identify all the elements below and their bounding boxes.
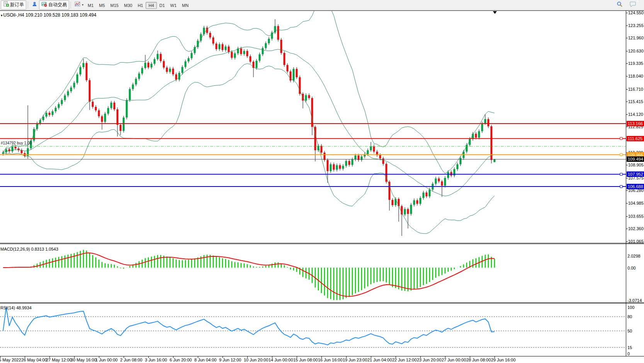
candle-body: [250, 56, 251, 62]
time-axis-label: 16 Jun 16:00: [318, 358, 343, 362]
rsi-axis-label: 50: [627, 329, 632, 333]
bollinger-upper-band[interactable]: [3, 10, 494, 173]
candle-body: [389, 182, 391, 200]
time-axis-label: 1 Jun 00:00: [95, 358, 118, 362]
time-axis-label: 27 May 12:00: [46, 358, 72, 362]
panel-separator[interactable]: [0, 302, 644, 303]
macd-axis-label: 2.0298: [627, 254, 641, 258]
toolbar-separator: [71, 2, 71, 8]
rsi-axis-label: 15: [627, 345, 632, 350]
price-tick-label: 108.905: [628, 163, 644, 167]
candle-body: [330, 164, 332, 171]
candle-body: [67, 91, 69, 95]
timeframe-w1-button[interactable]: W1: [168, 2, 180, 9]
line-drag-handle[interactable]: [620, 173, 622, 175]
candle-body: [407, 209, 409, 214]
candle-body: [219, 44, 221, 49]
timeframe-mn-button[interactable]: MN: [179, 2, 191, 9]
time-axis-label: 8 Jun 04:00: [194, 358, 217, 362]
time-axis[interactable]: 25 May 202226 May 04:0027 May 12:0030 Ma…: [0, 356, 644, 363]
time-axis-label: 23 Jun 20:00: [417, 358, 442, 362]
data-window-icon: [32, 1, 37, 8]
candle-body: [413, 200, 415, 205]
candle-body: [457, 164, 459, 169]
candle-body: [73, 83, 75, 87]
chart-shift-marker-icon[interactable]: [493, 11, 497, 14]
candle-body: [169, 69, 171, 72]
line-drag-handle[interactable]: [620, 137, 622, 140]
timeframe-h1-button[interactable]: H1: [135, 2, 146, 9]
indicators-button[interactable]: ▾: [73, 0, 85, 10]
candle-body: [191, 53, 193, 58]
candle-body: [12, 147, 14, 151]
candle-body: [361, 156, 363, 160]
timeframe-h4-button[interactable]: H4: [146, 2, 156, 9]
timeframe-m30-button[interactable]: M30: [121, 2, 135, 9]
time-axis-label: 6 Jun 20:00: [170, 358, 192, 362]
candle-body: [478, 131, 480, 138]
candle-body: [345, 161, 347, 166]
candle-body: [352, 159, 353, 165]
candle-body: [379, 155, 381, 159]
new-order-icon: [3, 1, 9, 8]
candle-body: [488, 119, 489, 126]
price-tick-label: 114.120: [628, 112, 643, 117]
candle-body: [86, 63, 88, 80]
timeframe-d1-button[interactable]: D1: [157, 2, 168, 9]
candle-body: [92, 102, 94, 107]
rsi-line[interactable]: [3, 307, 494, 345]
rsi-panel[interactable]: [0, 307, 626, 348]
time-axis-label: 30 May 16:00: [71, 358, 97, 362]
candle-body: [15, 147, 17, 149]
time-axis-label: 21 Jun 04:00: [367, 358, 392, 362]
candle-body: [228, 46, 230, 52]
candle-body: [120, 125, 122, 131]
candle-body: [444, 178, 446, 186]
line-drag-handle[interactable]: [620, 154, 622, 156]
main-price-panel[interactable]: [2, 10, 496, 236]
indicators-dropdown-icon[interactable]: ▾: [82, 3, 83, 7]
candle-body: [420, 198, 421, 204]
new-order-button[interactable]: 新订单: [1, 0, 26, 10]
candle-body: [222, 44, 224, 50]
time-axis-label: 9 Jun 12:00: [219, 358, 241, 362]
ohlc-low: 109.183: [61, 12, 78, 18]
panel-separator[interactable]: [0, 243, 644, 243]
panel-separator[interactable]: [0, 244, 644, 244]
level-price-label: 107.952: [627, 171, 644, 177]
indicators-icon: [75, 1, 80, 8]
timeframe-m1-button[interactable]: M1: [85, 2, 96, 9]
candle-body: [212, 37, 214, 44]
candle-body: [398, 199, 400, 206]
candle-body: [327, 160, 329, 171]
data-window-button[interactable]: [30, 0, 39, 10]
time-axis-label: 26 May 04:00: [21, 358, 47, 362]
candle-body: [305, 95, 307, 100]
price-chart-canvas[interactable]: [0, 10, 644, 363]
candle-body: [154, 59, 156, 64]
algo-trading-button[interactable]: 自动交易: [39, 0, 69, 10]
bollinger-lower-band[interactable]: [3, 64, 494, 234]
candle-body: [426, 192, 428, 196]
price-tick-label: 115.415: [628, 99, 643, 104]
toolbar-separator: [28, 2, 29, 8]
bid-price-label: 109.494: [627, 156, 644, 162]
line-drag-handle[interactable]: [620, 185, 622, 188]
candle-body: [447, 172, 449, 178]
search-icon: [617, 1, 623, 9]
candle-body: [293, 69, 295, 80]
search-button[interactable]: [615, 0, 624, 10]
candle-body: [268, 39, 270, 43]
new-order-label: 新订单: [10, 2, 24, 8]
price-tick-label: 103.655: [628, 214, 644, 219]
chart-area[interactable]: ▾USOil-,H4 109.210 109.528 109.183 109.4…: [0, 10, 644, 363]
macd-axis-label: 0.00: [627, 266, 636, 270]
candle-body: [135, 79, 137, 85]
panel-separator[interactable]: [0, 303, 644, 304]
timeframe-m15-button[interactable]: M15: [108, 2, 121, 9]
macd-panel[interactable]: [3, 250, 494, 300]
time-axis-border: [0, 356, 644, 356]
timeframe-m5-button[interactable]: M5: [96, 2, 107, 9]
notifications-button[interactable]: 1: [628, 0, 638, 10]
candle-body: [441, 182, 443, 186]
